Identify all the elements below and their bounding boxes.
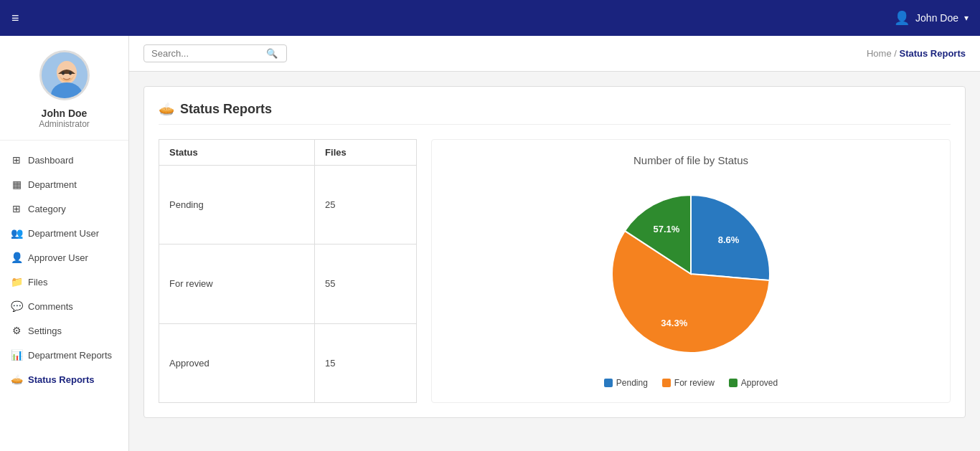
legend-label: Approved xyxy=(741,378,778,388)
col-files: Files xyxy=(315,140,417,166)
topbar: 🔍 Home / Status Reports xyxy=(129,36,980,72)
profile-role: Administrator xyxy=(39,119,90,129)
user-menu[interactable]: 👤 John Doe ▾ xyxy=(894,10,969,26)
sidebar-item-label: Status Reports xyxy=(28,374,94,385)
legend-dot xyxy=(604,379,613,387)
legend-dot xyxy=(662,379,671,387)
sidebar-item-label: Files xyxy=(28,277,47,288)
files-cell: 25 xyxy=(315,166,417,245)
sidebar-item-label: Department xyxy=(28,179,77,190)
svg-point-5 xyxy=(62,72,65,75)
department-user-icon: 👥 xyxy=(11,227,22,239)
legend-label: For review xyxy=(674,378,715,388)
sidebar-item-files[interactable]: 📁Files xyxy=(0,270,128,294)
navbar-username: John Doe xyxy=(915,12,958,24)
main-content: 🔍 Home / Status Reports 🥧 Status Reports xyxy=(129,36,980,451)
chart-legend: PendingFor reviewApproved xyxy=(604,378,778,388)
layout: John Doe Administrator ⊞Dashboard▦Depart… xyxy=(0,36,980,451)
category-icon: ⊞ xyxy=(11,203,22,214)
legend-item-pending: Pending xyxy=(604,378,648,388)
breadcrumb-separator: / xyxy=(894,48,899,59)
table-row: Approved15 xyxy=(159,323,417,402)
dashboard-icon: ⊞ xyxy=(11,154,22,166)
files-cell: 15 xyxy=(315,323,417,402)
legend-dot xyxy=(729,379,738,387)
page-title: Status Reports xyxy=(180,102,272,117)
svg-point-6 xyxy=(69,72,72,75)
pie-container: 8.6%34.3%57.1% xyxy=(598,181,784,367)
sidebar-item-department[interactable]: ▦Department xyxy=(0,172,128,196)
navbar: ≡ 👤 John Doe ▾ xyxy=(0,0,980,36)
search-icon: 🔍 xyxy=(266,48,278,59)
status-reports-icon: 🥧 xyxy=(11,374,22,385)
breadcrumb: Home / Status Reports xyxy=(867,48,966,59)
pie-label-pending: 8.6% xyxy=(718,234,740,245)
card-title: 🥧 Status Reports xyxy=(159,101,951,125)
page-content: 🥧 Status Reports Status Files Pendin xyxy=(129,72,980,451)
user-icon: 👤 xyxy=(894,10,910,26)
sidebar-item-label: Settings xyxy=(28,326,62,336)
legend-item-approved: Approved xyxy=(729,378,778,388)
status-cell: Pending xyxy=(159,166,315,245)
sidebar-item-label: Category xyxy=(28,204,66,214)
content-grid: Status Files Pending25For review55Approv… xyxy=(159,139,951,403)
sidebar-item-label: Comments xyxy=(28,301,73,312)
sidebar-item-approver-user[interactable]: 👤Approver User xyxy=(0,245,128,270)
breadcrumb-home[interactable]: Home xyxy=(867,48,892,59)
status-cell: For review xyxy=(159,245,315,323)
chart-area: Number of file by Status 8.6%34.3%57.1% … xyxy=(431,139,951,403)
navbar-left: ≡ xyxy=(11,11,19,26)
approver-user-icon: 👤 xyxy=(11,252,22,263)
sidebar-nav: ⊞Dashboard▦Department⊞Category👥Departmen… xyxy=(0,141,128,399)
dropdown-arrow-icon: ▾ xyxy=(964,13,969,23)
department-reports-icon: 📊 xyxy=(11,349,22,361)
legend-label: Pending xyxy=(616,378,648,388)
pie-label-for-review: 34.3% xyxy=(661,318,687,328)
status-cell: Approved xyxy=(159,323,315,402)
settings-icon: ⚙ xyxy=(11,325,22,336)
profile-name: John Doe xyxy=(42,108,88,119)
sidebar-item-status-reports[interactable]: 🥧Status Reports xyxy=(0,367,128,391)
table-row: Pending25 xyxy=(159,166,417,245)
content-card: 🥧 Status Reports Status Files Pendin xyxy=(143,86,966,418)
sidebar-item-department-user[interactable]: 👥Department User xyxy=(0,221,128,245)
sidebar: John Doe Administrator ⊞Dashboard▦Depart… xyxy=(0,36,129,451)
comments-icon: 💬 xyxy=(11,300,22,312)
sidebar-item-department-reports[interactable]: 📊Department Reports xyxy=(0,343,128,367)
files-cell: 55 xyxy=(315,245,417,323)
sidebar-profile: John Doe Administrator xyxy=(0,36,128,141)
search-input[interactable] xyxy=(151,48,266,59)
breadcrumb-current: Status Reports xyxy=(900,48,966,59)
table-row: For review55 xyxy=(159,245,417,323)
chart-title: Number of file by Status xyxy=(633,154,748,166)
sidebar-item-settings[interactable]: ⚙Settings xyxy=(0,318,128,343)
pie-label-approved: 57.1% xyxy=(654,224,680,234)
sidebar-item-comments[interactable]: 💬Comments xyxy=(0,294,128,318)
status-table: Status Files Pending25For review55Approv… xyxy=(159,139,417,403)
department-icon: ▦ xyxy=(11,179,22,190)
legend-item-for-review: For review xyxy=(662,378,715,388)
pie-chart-icon: 🥧 xyxy=(159,101,174,117)
files-icon: 📁 xyxy=(11,276,22,288)
sidebar-item-category[interactable]: ⊞Category xyxy=(0,196,128,221)
sidebar-item-label: Approver User xyxy=(28,252,88,263)
sidebar-item-dashboard[interactable]: ⊞Dashboard xyxy=(0,148,128,172)
sidebar-item-label: Department User xyxy=(28,228,99,239)
sidebar-item-label: Dashboard xyxy=(28,155,74,166)
hamburger-icon[interactable]: ≡ xyxy=(11,11,19,26)
col-status: Status xyxy=(159,140,315,166)
search-box[interactable]: 🔍 xyxy=(143,44,287,62)
sidebar-item-label: Department Reports xyxy=(28,350,112,361)
avatar xyxy=(39,50,90,100)
